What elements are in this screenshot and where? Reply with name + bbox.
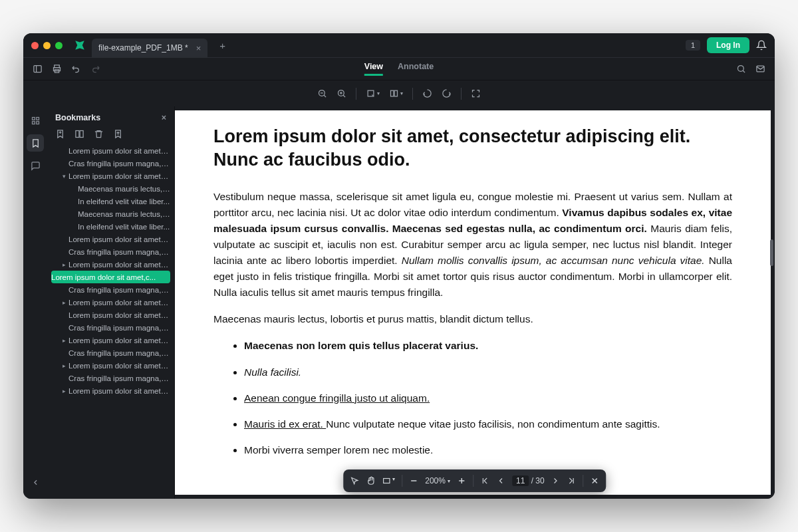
document-tab[interactable]: file-example_PDF_1MB * ×	[92, 39, 207, 57]
split-view-icon[interactable]	[74, 129, 84, 139]
bookmark-item[interactable]: ▸Lorem ipsum dolor sit amet,c...	[47, 258, 174, 271]
bookmark-item[interactable]: Cras fringilla ipsum magna,in...	[47, 283, 174, 296]
crop-dropdown-icon[interactable]: ▾	[366, 88, 380, 98]
add-tab-button[interactable]: +	[219, 40, 225, 51]
page-heading: Lorem ipsum dolor sit amet, consectetur …	[213, 125, 732, 172]
zoom-in-icon[interactable]	[336, 88, 346, 98]
bookmark-label: Cras fringilla ipsum magna,in...	[68, 349, 170, 357]
bookmark-item[interactable]: Cras fringilla ipsum magna,in...	[47, 346, 174, 359]
login-button[interactable]: Log In	[707, 37, 749, 53]
svg-rect-19	[36, 117, 39, 120]
bookmark-item[interactable]: Lorem ipsum dolor sit amet,c...	[47, 233, 174, 245]
annotate-mode-tab[interactable]: Annotate	[398, 62, 434, 76]
bookmarks-rail-button[interactable]	[27, 134, 44, 152]
list-item: Maecenas non lorem quis tellus placerat …	[244, 338, 732, 353]
bookmark-item[interactable]: ▸Lorem ipsum dolor sit amet,c...	[47, 384, 174, 397]
zoom-level-dropdown[interactable]: 200%▾	[425, 476, 450, 485]
primary-toolbar: View Annotate	[23, 57, 775, 80]
redo-icon[interactable]	[90, 64, 100, 74]
separator	[461, 88, 462, 100]
zoom-increase-icon[interactable]	[457, 476, 466, 485]
bookmark-label: Cras fringilla ipsum magna,in...	[68, 248, 170, 256]
prev-page-icon[interactable]	[496, 476, 505, 485]
rotate-right-icon[interactable]	[442, 88, 452, 98]
bookmark-label: Cras fringilla ipsum magna,in...	[68, 374, 170, 382]
list-item: Aenean congue fringilla justo ut aliquam…	[244, 390, 732, 406]
titlebar: file-example_PDF_1MB * × + 1 Log In	[23, 33, 775, 57]
bookmark-item[interactable]: In eleifend velit vitae liber...	[47, 195, 174, 207]
fullscreen-icon[interactable]	[471, 88, 481, 98]
sidebar-rail	[23, 106, 47, 499]
svg-rect-16	[391, 90, 394, 96]
main-body: Bookmarks × Lorem ipsum dolor sit amet,c…	[23, 106, 775, 499]
pointer-tool-icon[interactable]	[350, 476, 359, 485]
fit-dropdown-icon[interactable]: ▾	[382, 476, 395, 485]
page-indicator: 11 / 30	[512, 476, 545, 485]
bookmark-item[interactable]: Lorem ipsum dolor sit amet,c...	[47, 144, 174, 157]
document-tab-label: file-example_PDF_1MB *	[98, 43, 188, 53]
bookmark-item[interactable]: Cras fringilla ipsum magna,in...	[47, 321, 174, 334]
viewer-scrollbar[interactable]	[770, 239, 773, 266]
chevron-icon[interactable]: ▸	[59, 299, 68, 306]
sidebar-title: Bookmarks	[55, 113, 100, 122]
thumbnails-rail-button[interactable]	[27, 112, 44, 129]
current-page-input[interactable]: 11	[512, 475, 529, 486]
document-page[interactable]: Lorem ipsum dolor sit amet, consectetur …	[175, 110, 771, 495]
bookmark-label: Maecenas mauris lectus,l...	[78, 210, 170, 218]
next-page-icon[interactable]	[551, 476, 561, 485]
svg-line-14	[343, 95, 345, 97]
chevron-icon[interactable]: ▾	[59, 173, 68, 180]
panel-icon[interactable]	[33, 64, 43, 74]
hand-tool-icon[interactable]	[366, 476, 375, 485]
add-bookmark-icon[interactable]	[55, 129, 65, 139]
zoom-out-icon[interactable]	[317, 88, 327, 98]
first-page-icon[interactable]	[480, 476, 489, 485]
undo-icon[interactable]	[71, 64, 81, 74]
bookmark-item[interactable]: Lorem ipsum dolor sit amet,c...	[51, 271, 170, 283]
svg-rect-20	[32, 121, 35, 124]
svg-rect-18	[32, 117, 35, 120]
bookmark-item[interactable]: Cras fringilla ipsum magna,in...	[47, 245, 174, 258]
delete-bookmark-icon[interactable]	[94, 129, 104, 139]
last-page-icon[interactable]	[567, 476, 577, 485]
svg-rect-0	[34, 66, 41, 72]
mail-icon[interactable]	[755, 64, 765, 74]
view-mode-tab[interactable]: View	[364, 62, 383, 76]
paragraph-1: Vestibulum neque massa, scelerisque sit …	[213, 189, 732, 301]
export-bookmarks-icon[interactable]	[113, 129, 123, 139]
chevron-icon[interactable]: ▸	[59, 388, 68, 394]
bookmark-item[interactable]: Lorem ipsum dolor sit amet,c...	[47, 309, 174, 321]
paragraph-2: Maecenas mauris lectus, lobortis et puru…	[213, 311, 732, 327]
bookmark-item[interactable]: Maecenas mauris lectus,l...	[47, 182, 174, 195]
search-icon[interactable]	[736, 64, 746, 74]
rotate-left-icon[interactable]	[422, 88, 432, 98]
close-floatbar-icon[interactable]	[591, 476, 600, 485]
floating-page-toolbar: ▾ 200%▾ 11 / 30	[343, 469, 606, 492]
page-layout-dropdown-icon[interactable]: ▾	[389, 88, 403, 98]
print-icon[interactable]	[52, 64, 62, 74]
bookmark-item[interactable]: ▸Lorem ipsum dolor sit amet,c...	[47, 334, 174, 346]
list-item: Mauris id ex erat. Nunc vulputate neque …	[244, 416, 732, 432]
bell-icon[interactable]	[756, 40, 767, 51]
chevron-icon[interactable]: ▸	[59, 261, 68, 268]
sidebar-actions	[47, 126, 174, 144]
bookmark-item[interactable]: ▸Lorem ipsum dolor sit amet,c...	[47, 296, 174, 309]
chevron-icon[interactable]: ▸	[59, 362, 68, 369]
bookmark-label: In eleifend velit vitae liber...	[78, 198, 170, 205]
tab-close-icon[interactable]: ×	[196, 43, 201, 53]
minimize-window-button[interactable]	[43, 42, 51, 49]
bookmark-item[interactable]: ▸Lorem ipsum dolor sit amet,c...	[47, 359, 174, 372]
close-window-button[interactable]	[31, 42, 39, 49]
collapse-sidebar-button[interactable]	[27, 473, 44, 491]
comments-rail-button[interactable]	[27, 157, 44, 174]
maximize-window-button[interactable]	[55, 42, 63, 49]
view-toolbar: ▾ ▾	[23, 80, 775, 106]
zoom-decrease-icon[interactable]	[409, 476, 418, 485]
bookmark-item[interactable]: ▾Lorem ipsum dolor sit amet,c...	[47, 170, 174, 182]
chevron-icon[interactable]: ▸	[59, 337, 68, 344]
bookmark-item[interactable]: Cras fringilla ipsum magna,in...	[47, 157, 174, 170]
bookmark-item[interactable]: In eleifend velit vitae liber...	[47, 220, 174, 233]
sidebar-close-icon[interactable]: ×	[162, 113, 166, 122]
bookmark-item[interactable]: Maecenas mauris lectus,l...	[47, 207, 174, 220]
bookmark-item[interactable]: Cras fringilla ipsum magna,in...	[47, 372, 174, 384]
